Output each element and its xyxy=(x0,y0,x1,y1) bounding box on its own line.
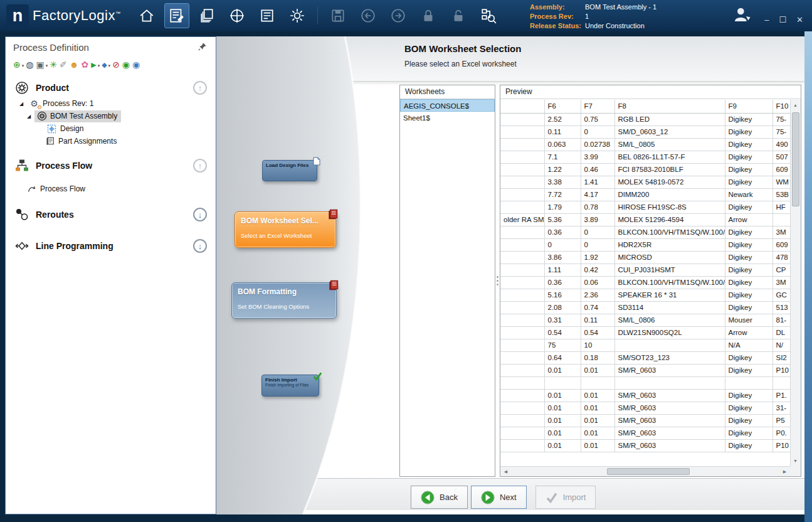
pen-icon[interactable]: ✐ xyxy=(60,60,67,69)
print-icon[interactable]: ▣ xyxy=(36,60,44,69)
preview-row[interactable]: 0.010.01SM/R_0603DigikeyP0. xyxy=(500,427,790,439)
expand-down-icon[interactable]: ↓ xyxy=(193,239,207,253)
preview-column-header[interactable]: F10 xyxy=(772,100,790,113)
section-product[interactable]: Product ↑ xyxy=(6,78,216,97)
layers-dropdown-icon[interactable]: ▾ xyxy=(108,63,111,68)
vertical-scroll-thumb[interactable] xyxy=(792,112,799,206)
home-icon[interactable] xyxy=(134,3,159,28)
expander-icon[interactable]: ◢ xyxy=(19,101,27,107)
section-reroutes[interactable]: Reroutes ↓ xyxy=(6,205,216,224)
lock-icon[interactable] xyxy=(416,3,441,28)
save-icon[interactable] xyxy=(325,3,351,28)
close-button[interactable]: ✕ xyxy=(796,15,803,24)
preview-row[interactable]: 0.010.01SM/R_0603DigikeyP5 xyxy=(500,414,790,427)
preview-row[interactable]: 7510N/AN/ xyxy=(500,339,790,351)
step-bom-worksheet-selection[interactable]: BOM Worksheet Sel... Select an Excel Wor… xyxy=(235,211,336,248)
preview-row[interactable]: 7.13.99BEL 0826-1L1T-57-FDigikey507 xyxy=(500,151,790,163)
back-button[interactable]: Back xyxy=(411,486,468,509)
section-process-flow[interactable]: Process Flow ↑ xyxy=(6,156,216,175)
preview-row[interactable]: 3.381.41MOLEX 54819-0572DigikeyWM xyxy=(500,176,790,188)
preview-row[interactable] xyxy=(500,376,790,389)
preview-row[interactable]: 0.010.01SM/R_0603DigikeyP10 xyxy=(500,364,790,376)
navigation-icon[interactable] xyxy=(224,3,250,28)
scroll-down-icon[interactable]: ▼ xyxy=(791,456,800,466)
preview-row[interactable]: 0.640.18SM/SOT23_123DigikeySI2 xyxy=(500,351,790,364)
preview-row[interactable]: 0.010.01SM/R_0603DigikeyP10 xyxy=(500,439,790,452)
user-profile-icon[interactable] xyxy=(732,5,752,25)
preview-cell xyxy=(500,176,544,188)
preview-row[interactable]: 3.861.92MICROSDDigikey478 xyxy=(500,251,790,264)
play-icon[interactable]: ▶ xyxy=(91,61,96,68)
preview-row[interactable]: 0.310.11SM/L_0806Mouser81- xyxy=(500,314,790,326)
preview-row[interactable]: 0.540.54DLW21SN900SQ2LArrowDL xyxy=(500,326,790,339)
preview-row[interactable]: 2.520.75RGB LEDDigikey75- xyxy=(500,113,790,125)
tree-item-design[interactable]: Design xyxy=(6,122,216,135)
preview-row[interactable]: 0.110SM/D_0603_12Digikey75- xyxy=(500,125,790,138)
flower-icon[interactable]: ✿ xyxy=(81,60,88,69)
worksheet-item[interactable]: AEGIS_CONSOLE$ xyxy=(400,99,495,112)
preview-row[interactable]: 0.0630.02738SM/L_0805Digikey490 xyxy=(500,138,790,151)
preview-column-header[interactable] xyxy=(500,100,544,113)
worksheet-item[interactable]: Sheet1$ xyxy=(400,112,495,124)
sync-icon[interactable]: ✳ xyxy=(50,60,57,69)
preview-row[interactable]: 1.790.78HIROSE FH19SC-8SDigikeyHF xyxy=(500,201,790,213)
preview-column-header[interactable]: F9 xyxy=(725,100,772,113)
scroll-up-icon[interactable]: ▲ xyxy=(791,100,800,110)
preview-row[interactable]: 1.220.46FCI 87583-2010BLFDigikey609 xyxy=(500,163,790,176)
pause-icon[interactable]: ◉ xyxy=(132,60,140,69)
preview-row[interactable]: 0.010.01SM/R_0603DigikeyP1. xyxy=(500,389,790,402)
horizontal-scrollbar[interactable]: ◀ ▶ xyxy=(500,466,790,476)
section-line-programming[interactable]: Line Programming ↓ xyxy=(6,237,216,255)
scroll-right-icon[interactable]: ▶ xyxy=(780,467,789,476)
pin-icon[interactable] xyxy=(198,42,208,52)
preview-row[interactable]: 0.360BLKCON.100/VH/TM1SQ/W.100/2Digikey3… xyxy=(500,226,790,238)
collapse-up-icon[interactable]: ↑ xyxy=(193,159,207,173)
materials-icon[interactable] xyxy=(194,3,219,28)
horizontal-scroll-thumb[interactable] xyxy=(607,468,690,475)
tree-item-part-assignments[interactable]: Part Assignments xyxy=(6,135,216,147)
expander-icon[interactable]: ◢ xyxy=(27,114,34,119)
process-definition-icon[interactable] xyxy=(164,3,189,28)
tree-item-bom-test-assembly[interactable]: ◢ BOM Test Assembly xyxy=(6,110,216,122)
preview-row[interactable]: 2.080.74SD3114Digikey513 xyxy=(500,301,790,314)
step-finish-import[interactable]: Finish Import Finish Importing of Files xyxy=(261,375,319,397)
print-dropdown-icon[interactable]: ▾ xyxy=(46,63,48,68)
step-bom-formatting[interactable]: BOM Formatting Set BOM Cleaning Options xyxy=(231,282,337,319)
minimize-button[interactable]: – xyxy=(764,15,769,24)
start-icon[interactable]: ◉ xyxy=(122,60,130,69)
preview-column-header[interactable]: F7 xyxy=(581,100,614,113)
preview-row[interactable]: 5.162.36SPEAKER 16 * 31DigikeyGC xyxy=(500,289,790,301)
preview-row[interactable]: 0.360.06BLKCON.100/VH/TM1SQ/W.100/2Digik… xyxy=(500,276,790,289)
settings-icon[interactable] xyxy=(285,3,310,28)
vertical-scrollbar[interactable]: ▲ ▼ xyxy=(790,100,801,466)
user-icon[interactable]: ☻ xyxy=(70,60,79,69)
add-dropdown-icon[interactable]: ▾ xyxy=(22,63,24,68)
reports-icon[interactable] xyxy=(255,3,280,28)
collapse-up-icon[interactable]: ↑ xyxy=(193,81,207,95)
block-icon[interactable]: ⊘ xyxy=(112,60,120,69)
unlock-icon[interactable] xyxy=(446,3,471,28)
add-icon[interactable]: ⊕ xyxy=(13,60,21,69)
preview-column-header[interactable]: F8 xyxy=(614,100,725,113)
tree-item-process-rev[interactable]: ◢ ⚙⚙ Process Rev: 1 xyxy=(6,97,216,110)
preview-column-header[interactable]: F6 xyxy=(544,100,581,113)
preview-row[interactable]: 00HDR2X5RDigikey609 xyxy=(500,238,790,251)
step-load-design-files[interactable]: Load Design Files xyxy=(262,160,317,181)
panel-splitter[interactable] xyxy=(495,85,500,477)
import-button[interactable]: Import xyxy=(535,486,596,509)
preview-row[interactable]: 0.010.01SM/R_0603Digikey31- xyxy=(500,402,790,414)
preview-row[interactable]: 7.724.17DIMM200Newark53B xyxy=(500,188,790,201)
scroll-left-icon[interactable]: ◀ xyxy=(501,467,510,476)
play-dropdown-icon[interactable]: ▾ xyxy=(98,63,100,68)
globe-icon[interactable]: ◍ xyxy=(26,60,33,69)
next-button[interactable]: Next xyxy=(471,486,527,509)
preview-row[interactable]: older RA SMD5.363.89MOLEX 51296-4594Arro… xyxy=(500,213,790,226)
layers-icon[interactable]: ◆ xyxy=(102,61,107,68)
preview-row[interactable]: 1.110.42CUI_PJ031HSMTDigikeyCP xyxy=(500,264,790,276)
expand-down-icon[interactable]: ↓ xyxy=(193,208,207,221)
undo-icon[interactable] xyxy=(356,3,381,28)
redo-icon[interactable] xyxy=(386,3,411,28)
flow-search-icon[interactable] xyxy=(476,3,501,28)
maximize-button[interactable]: ☐ xyxy=(779,15,786,24)
tree-item-process-flow[interactable]: Process Flow xyxy=(6,183,216,195)
